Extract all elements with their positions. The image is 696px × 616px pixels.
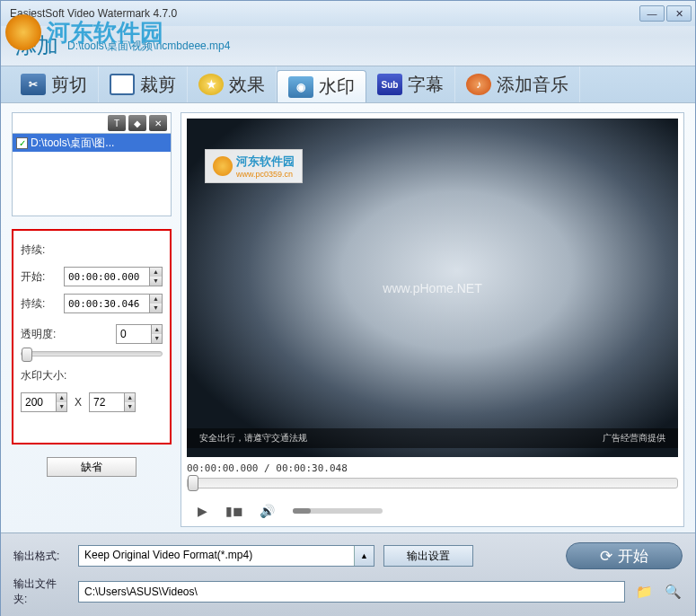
titlebar: EasiestSoft Video Watermark 4.7.0 — ✕ bbox=[1, 1, 695, 26]
spin-up-icon[interactable]: ▲ bbox=[150, 268, 162, 277]
width-input[interactable]: ▲▼ bbox=[21, 392, 67, 412]
progress-thumb[interactable] bbox=[188, 475, 198, 491]
watermark-list: ✓ D:\tools\桌面\图... bbox=[12, 134, 172, 216]
play-button[interactable]: ▶ bbox=[190, 501, 214, 521]
tab-cut[interactable]: ✂剪切 bbox=[10, 66, 99, 102]
output-settings-button[interactable]: 输出设置 bbox=[383, 545, 473, 567]
height-input[interactable]: ▲▼ bbox=[89, 392, 136, 412]
start-time-input[interactable]: ▲▼ bbox=[64, 267, 163, 286]
tab-watermark[interactable]: ◉水印 bbox=[277, 70, 366, 102]
spin-down-icon[interactable]: ▼ bbox=[57, 402, 66, 411]
checkbox[interactable]: ✓ bbox=[16, 137, 28, 149]
preview-panel: 河东软件园 www.pc0359.cn www.pHome.NET 安全出行，请… bbox=[181, 112, 684, 527]
refresh-icon: ⟳ bbox=[600, 547, 612, 566]
duration-heading: 持续: bbox=[21, 242, 64, 258]
list-item-label: D:\tools\桌面\图... bbox=[31, 136, 114, 151]
watermark-settings: 持续: 开始: ▲▼ 持续: ▲▼ 透明度: bbox=[12, 229, 172, 444]
close-button[interactable]: ✕ bbox=[666, 5, 692, 22]
window-title: EasiestSoft Video Watermark 4.7.0 bbox=[10, 7, 177, 20]
music-icon: ♪ bbox=[466, 74, 491, 95]
watermark-overlay[interactable]: 河东软件园 www.pc0359.cn bbox=[205, 149, 303, 183]
browse-folder-button[interactable]: 📁 bbox=[634, 582, 654, 602]
tab-bar: ✂剪切 裁剪 ★效果 ◉水印 Sub字幕 ♪添加音乐 bbox=[1, 66, 695, 103]
add-image-button[interactable]: ◆ bbox=[128, 115, 146, 131]
scissors-icon: ✂ bbox=[21, 74, 46, 95]
spin-down-icon[interactable]: ▼ bbox=[125, 402, 135, 411]
remove-button[interactable]: ✕ bbox=[149, 115, 167, 131]
chevron-up-icon[interactable]: ▲ bbox=[354, 546, 374, 566]
duration-input[interactable]: ▲▼ bbox=[64, 294, 163, 313]
subtitle-icon: Sub bbox=[377, 74, 402, 95]
x-label: X bbox=[75, 396, 82, 409]
slider-thumb[interactable] bbox=[22, 348, 32, 362]
tab-crop[interactable]: 裁剪 bbox=[99, 66, 188, 102]
tab-music[interactable]: ♪添加音乐 bbox=[455, 66, 580, 102]
duration-label: 持续: bbox=[21, 296, 64, 312]
center-watermark: www.pHome.NET bbox=[383, 281, 481, 295]
time-display: 00:00:00.000 / 00:00:30.048 bbox=[187, 462, 678, 474]
progress-slider[interactable] bbox=[187, 478, 678, 488]
volume-icon[interactable]: 🔊 bbox=[255, 501, 278, 521]
footer: 输出格式: Keep Original Video Format(*.mp4) … bbox=[1, 532, 695, 616]
open-folder-button[interactable]: 🔍 bbox=[663, 582, 683, 602]
spin-up-icon[interactable]: ▲ bbox=[150, 295, 162, 304]
folder-label: 输出文件夹: bbox=[13, 576, 69, 607]
output-folder-input[interactable] bbox=[78, 581, 625, 603]
droplet-icon: ◉ bbox=[288, 76, 313, 98]
header-row: 添加 D:\tools\桌面\视频\ncmbdeee.mp4 bbox=[1, 26, 695, 66]
opacity-input[interactable]: ▲▼ bbox=[116, 324, 163, 344]
source-path: D:\tools\桌面\视频\ncmbdeee.mp4 bbox=[67, 39, 230, 54]
list-item[interactable]: ✓ D:\tools\桌面\图... bbox=[13, 134, 171, 152]
spin-down-icon[interactable]: ▼ bbox=[150, 277, 162, 286]
spin-up-icon[interactable]: ▲ bbox=[125, 393, 135, 402]
playback-controls: ▶ ▮◼ 🔊 bbox=[187, 501, 678, 521]
volume-slider[interactable] bbox=[293, 508, 383, 514]
default-button[interactable]: 缺省 bbox=[47, 457, 137, 477]
start-button[interactable]: ⟳开始 bbox=[566, 542, 683, 569]
start-label: 开始: bbox=[21, 269, 64, 285]
size-label: 水印大小: bbox=[21, 368, 66, 383]
minimize-button[interactable]: — bbox=[639, 5, 665, 22]
add-text-button[interactable]: T bbox=[108, 115, 126, 131]
spin-up-icon[interactable]: ▲ bbox=[152, 325, 162, 334]
tab-subtitle[interactable]: Sub字幕 bbox=[366, 66, 455, 102]
snapshot-button[interactable]: ▮◼ bbox=[223, 501, 246, 521]
tab-effect[interactable]: ★效果 bbox=[188, 66, 277, 102]
spin-down-icon[interactable]: ▼ bbox=[152, 334, 162, 343]
video-preview[interactable]: 河东软件园 www.pc0359.cn www.pHome.NET 安全出行，请… bbox=[187, 119, 678, 457]
crop-icon bbox=[110, 74, 135, 95]
brand-icon bbox=[213, 156, 233, 176]
opacity-slider[interactable] bbox=[21, 351, 163, 356]
add-label[interactable]: 添加 bbox=[15, 31, 58, 60]
format-label: 输出格式: bbox=[13, 549, 69, 564]
video-caption-bar: 安全出行，请遵守交通法规 广告经营商提供 bbox=[187, 428, 678, 448]
watermark-toolbar: T ◆ ✕ bbox=[12, 112, 172, 134]
left-panel: T ◆ ✕ ✓ D:\tools\桌面\图... 持续: 开始: ▲▼ bbox=[12, 112, 172, 527]
format-combobox[interactable]: Keep Original Video Format(*.mp4) ▲ bbox=[78, 545, 374, 567]
spin-down-icon[interactable]: ▼ bbox=[150, 304, 162, 312]
opacity-label: 透明度: bbox=[21, 327, 71, 342]
spin-up-icon[interactable]: ▲ bbox=[57, 393, 66, 402]
star-icon: ★ bbox=[198, 74, 224, 95]
